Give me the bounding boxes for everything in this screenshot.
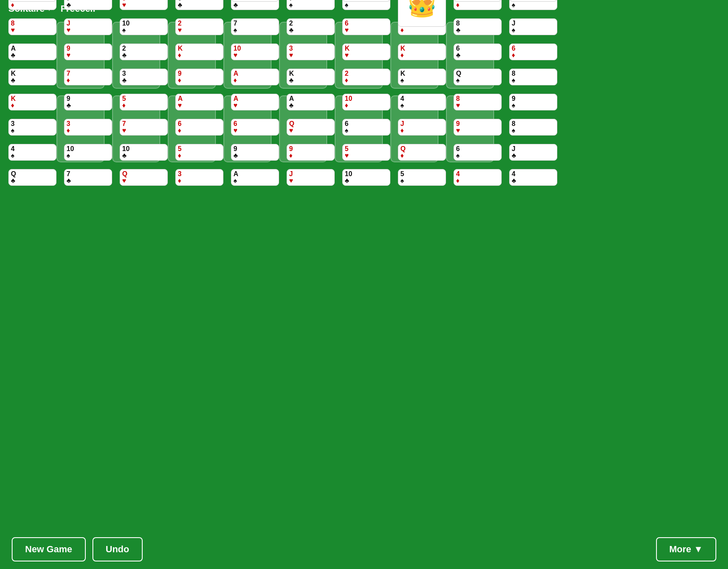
playing-card[interactable]: A ♣ (287, 94, 335, 110)
playing-card[interactable]: K ♥ (342, 44, 390, 60)
playing-card[interactable]: 9 ♦ (287, 144, 335, 161)
playing-card[interactable]: 5 ♥ (120, 0, 168, 10)
playing-card[interactable]: A ♣ (8, 44, 56, 60)
playing-card[interactable]: 3 ♦ (64, 119, 112, 136)
playing-card[interactable]: 3 ♠ (8, 119, 56, 136)
playing-card[interactable]: 8 ♠ (509, 69, 557, 85)
playing-card[interactable]: 10 ♦ (342, 94, 390, 110)
playing-card[interactable]: 6 ♥ (231, 119, 279, 136)
playing-card[interactable]: 9 ♦ (175, 69, 223, 85)
playing-card[interactable]: A ♠ (231, 169, 279, 186)
playing-card[interactable]: 8 ♣ (454, 18, 502, 35)
playing-card[interactable]: 8 ♠ (509, 119, 557, 136)
playing-card[interactable]: 9 ♣ (64, 94, 112, 110)
playing-card[interactable]: 5 ♠ (398, 169, 446, 186)
playing-card[interactable]: 6 ♦ (509, 44, 557, 60)
playing-card[interactable]: A ♦ (231, 69, 279, 85)
playing-card[interactable]: 2 ♥ (175, 18, 223, 35)
playing-card[interactable]: 4 ♣ (509, 169, 557, 186)
playing-card[interactable]: A ♥ (175, 94, 223, 110)
playing-card[interactable]: 7 ♥ (120, 119, 168, 136)
playing-card[interactable]: Q ♦ (398, 144, 446, 161)
new-game-button[interactable]: New Game (12, 537, 86, 561)
playing-card[interactable]: 2 ♦ (342, 69, 390, 85)
playing-card[interactable]: A ♥ (231, 94, 279, 110)
playing-card[interactable]: K ♦ 👑 (398, 0, 446, 27)
playing-card[interactable]: 9 ♥ (64, 44, 112, 60)
playing-card[interactable]: Q ♣ (8, 169, 56, 186)
playing-card[interactable]: 7 ♠ (231, 18, 279, 35)
more-icon: ▼ (694, 544, 703, 554)
playing-card[interactable]: 9 ♠ (509, 94, 557, 110)
playing-card[interactable]: J ♦ (398, 119, 446, 136)
more-label: More (669, 544, 692, 554)
playing-card[interactable]: K ♠ (398, 69, 446, 85)
playing-card[interactable]: K ♣ (8, 69, 56, 85)
playing-card[interactable]: 4 ♠ (8, 144, 56, 161)
playing-card[interactable]: Q ♥ (287, 119, 335, 136)
playing-card[interactable]: K ♦ (398, 44, 446, 60)
playing-card[interactable]: 6 ♣ (454, 44, 502, 60)
playing-card[interactable]: 2 ♣ (120, 44, 168, 60)
playing-card[interactable]: J ♣ (509, 144, 557, 161)
undo-button[interactable]: Undo (92, 537, 143, 561)
more-button[interactable]: More ▼ (656, 537, 716, 561)
playing-card[interactable]: J ♣ 🃏 (454, 0, 502, 2)
playing-card[interactable]: 10 ♠ (64, 144, 112, 161)
playing-card[interactable]: 4 ♠ (398, 94, 446, 110)
playing-card[interactable]: 7 ♦ (64, 69, 112, 85)
footer-left-buttons: New Game Undo (12, 537, 143, 561)
playing-card[interactable]: 5 ♦ (120, 94, 168, 110)
playing-card[interactable]: 6 ♠ (454, 144, 502, 161)
playing-card[interactable]: 10 ♥ (231, 44, 279, 60)
playing-card[interactable]: 8 ♥ (454, 94, 502, 110)
playing-card[interactable]: 6 ♠ (342, 119, 390, 136)
playing-card[interactable]: 6 ♣ (175, 0, 223, 10)
playing-card[interactable]: 5 ♦ (175, 144, 223, 161)
footer: New Game Undo More ▼ (0, 530, 728, 569)
playing-card[interactable]: 2 ♣ (287, 18, 335, 35)
playing-card[interactable]: J ♠ (509, 18, 557, 35)
playing-card[interactable]: 3 ♥ (287, 44, 335, 60)
playing-card[interactable]: 5 ♥ (342, 144, 390, 161)
playing-card[interactable]: 10 ♠ (120, 18, 168, 35)
playing-card[interactable]: 7 ♣ (64, 169, 112, 186)
playing-card[interactable]: 4 ♦ (454, 169, 502, 186)
playing-card[interactable]: 9 ♣ (231, 144, 279, 161)
playing-card[interactable]: 6 ♦ (175, 119, 223, 136)
playing-card[interactable]: K ♦ (175, 44, 223, 60)
playing-card[interactable]: J ♥ (287, 169, 335, 186)
playing-card[interactable]: J ♥ (64, 18, 112, 35)
playing-card[interactable]: K ♦ (8, 94, 56, 110)
playing-card[interactable]: 8 ♥ (8, 18, 56, 35)
playing-card[interactable]: 3 ♦ (175, 169, 223, 186)
playing-card[interactable]: 7 ♣ (64, 0, 112, 10)
playing-card[interactable]: K ♣ (287, 69, 335, 85)
playing-card[interactable]: 9 ♥ (454, 119, 502, 136)
playing-card[interactable]: 8 ♦ ♦ ♦ ♦ ♦ ♦ ♦ ♦ ♦ (231, 0, 279, 2)
playing-card[interactable]: 7 ♦ ♦ ♦ ♦ ♦ ♦ ♦ ♦ (8, 0, 56, 2)
playing-card[interactable]: 10 ♣ (342, 169, 390, 186)
playing-card[interactable]: 10 ♣ (120, 144, 168, 161)
playing-card[interactable]: 3 ♠ ♠ ♠ ♠ (342, 0, 390, 2)
playing-card[interactable]: 3 ♣ (120, 69, 168, 85)
playing-card[interactable]: 10 ♥ ♥ ♥ ♥ ♥ ♥ ♥ ♥ ♥ ♥ (509, 0, 557, 2)
playing-card[interactable]: Q ♥ (120, 169, 168, 186)
playing-card[interactable]: 6 ♥ (342, 18, 390, 35)
playing-card[interactable]: Q ♠ (454, 69, 502, 85)
playing-card[interactable]: 7 ♠ (287, 0, 335, 10)
